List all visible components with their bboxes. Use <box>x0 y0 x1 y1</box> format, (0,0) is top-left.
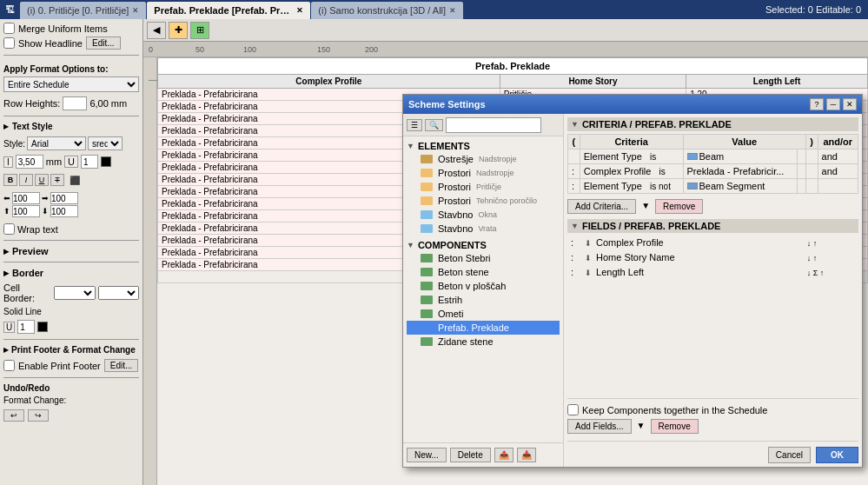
dialog-minimize-btn[interactable]: ─ <box>826 98 840 110</box>
tree-item-prefab-preklade[interactable]: Prefab. Preklade <box>407 321 560 335</box>
field-row-home-story[interactable]: : ⬇ Home Story Name ↓ ↑ <box>567 250 858 265</box>
ometi-icon <box>421 309 433 318</box>
tab-konstrukcija-close[interactable]: ✕ <box>449 6 456 15</box>
criteria-row-2[interactable]: : Complex Profile is Preklada - Prefabri… <box>568 164 858 179</box>
status-bar: Selected: 0 Editable: 0 <box>759 0 868 19</box>
prefab-icon <box>421 323 433 332</box>
dialog-help-btn[interactable]: ? <box>810 98 824 110</box>
export2-btn[interactable]: 📥 <box>517 448 536 462</box>
table-title: Prefab. Preklade <box>158 58 868 75</box>
tree-item-beton-stebri[interactable]: Beton Stebri <box>407 251 560 265</box>
tab-konstrukcija[interactable]: (i) Samo konstrukcija [3D / All] ✕ <box>311 2 463 19</box>
apply-format-label: Apply Format Options to: <box>3 64 139 74</box>
dialog-close-btn[interactable]: ✕ <box>843 98 857 110</box>
u2-input[interactable] <box>17 320 35 334</box>
field-sort-icon-1: ⬇ <box>585 239 592 248</box>
criteria-section-header[interactable]: ▼ CRITERIA / PREFAB. PREKLADE <box>567 117 858 131</box>
dialog-title: Scheme Settings <box>408 99 486 110</box>
style-prefix-label: Style: <box>3 139 25 149</box>
criteria-row-1[interactable]: Element Type is Beam and <box>568 149 858 164</box>
keep-together-checkbox[interactable] <box>567 404 579 415</box>
tree-components-header[interactable]: ▼ COMPONENTS <box>407 239 560 251</box>
scheme-settings-dialog: Scheme Settings ? ─ ✕ ☰ 🔍 ▼ ELEMENTS <box>402 94 863 468</box>
wrap-text-checkbox[interactable] <box>3 223 15 235</box>
wrap-text-label: Wrap text <box>17 224 58 235</box>
size-input[interactable] <box>16 155 43 169</box>
cell-border-select[interactable] <box>54 286 95 300</box>
app-icon: 🏗 <box>5 4 15 15</box>
tree-item-prostori-prit[interactable]: Prostori Pritličje <box>407 180 560 194</box>
u-label: U <box>64 156 78 168</box>
format-change-label: Format Change: <box>3 395 139 405</box>
expand-btn[interactable]: ◀ <box>147 22 166 39</box>
prostori-teh-icon <box>421 196 433 205</box>
print-footer-edit-btn[interactable]: Edit... <box>104 359 139 372</box>
remove-fields-btn[interactable]: Remove <box>651 419 699 434</box>
border-color-swatch <box>37 322 48 332</box>
tab-pritlicje[interactable]: (i) 0. Pritličje [0. Pritličje] ✕ <box>20 2 146 19</box>
beton-stebri-icon <box>421 254 433 262</box>
fields-section-header[interactable]: ▼ FIELDS / PREFAB. PREKLADE <box>567 219 858 233</box>
cancel-btn[interactable]: Cancel <box>768 447 811 463</box>
indent-right-input[interactable] <box>50 192 78 204</box>
criteria-col-criteria: Criteria <box>580 135 683 149</box>
u-input[interactable] <box>81 155 98 169</box>
fields-section-label: FIELDS / PREFAB. PREKLADE <box>582 221 721 231</box>
remove-criteria-btn[interactable]: Remove <box>655 199 703 214</box>
tool1-btn[interactable]: ✚ <box>169 22 188 39</box>
dlg-search-btn[interactable]: 🔍 <box>425 119 443 131</box>
preview-label: Preview <box>12 246 49 256</box>
col-header-length: Length Left <box>686 75 868 89</box>
size-mm-label: mm <box>46 156 62 167</box>
font-select[interactable]: Arial <box>27 136 86 150</box>
estrih-icon <box>421 296 433 304</box>
tool2-btn[interactable]: ⊞ <box>190 22 209 39</box>
dlg-list-view-btn[interactable]: ☰ <box>407 119 422 131</box>
indent-bottom-input[interactable] <box>50 205 78 217</box>
enable-print-footer-checkbox[interactable] <box>3 360 15 371</box>
tree-item-ometi[interactable]: Ometi <box>407 307 560 321</box>
entire-schedule-select[interactable]: Entire Schedule <box>3 76 139 92</box>
merge-uniform-checkbox[interactable] <box>3 23 15 34</box>
underline-btn[interactable]: U <box>35 174 49 186</box>
ok-btn[interactable]: OK <box>816 447 858 463</box>
tree-elements-header[interactable]: ▼ ELEMENTS <box>407 140 560 152</box>
field-row-complex-profile[interactable]: : ⬇ Complex Profile ↓ ↑ <box>567 236 858 250</box>
indent-left-input[interactable] <box>12 192 40 204</box>
field-row-length-left[interactable]: : ⬇ Length Left ↓ Σ ↑ <box>567 265 858 280</box>
criteria-row-3[interactable]: : Element Type is not Beam Segment <box>568 179 858 194</box>
tree-item-estrih[interactable]: Estrih <box>407 293 560 307</box>
row-heights-label: Row Heights: <box>3 98 60 109</box>
stavbno-okna-icon <box>421 210 433 219</box>
tree-item-beton-stene[interactable]: Beton stene <box>407 265 560 279</box>
tab-preklade-close[interactable]: ✕ <box>296 6 303 15</box>
scheme-search-input[interactable] <box>446 117 541 133</box>
tree-item-prostori-teh[interactable]: Prostori Tehnično poročilo <box>407 194 560 208</box>
criteria-col-open: ( <box>568 135 580 149</box>
redo-btn[interactable]: ↪ <box>28 409 49 422</box>
new-scheme-btn[interactable]: New... <box>407 448 447 462</box>
strikethrough-btn[interactable]: T <box>50 174 64 186</box>
show-headline-edit-btn[interactable]: Edit... <box>86 37 121 50</box>
criteria-section-label: CRITERIA / PREFAB. PREKLADE <box>582 119 732 130</box>
bold-btn[interactable]: B <box>3 174 17 186</box>
italic-btn[interactable]: I <box>19 174 33 186</box>
tree-item-prostori-nad[interactable]: Prostori Nadstropje <box>407 166 560 180</box>
tree-item-beton-ploscah[interactable]: Beton v ploščah <box>407 279 560 293</box>
add-criteria-btn[interactable]: Add Criteria... <box>567 199 636 214</box>
undo-btn[interactable]: ↩ <box>3 409 24 422</box>
row-height-input[interactable] <box>63 96 87 110</box>
export1-btn[interactable]: 📤 <box>494 448 514 462</box>
tree-item-zidane-stene[interactable]: Zidane stene <box>407 335 560 349</box>
tab-preklade[interactable]: Prefab. Preklade [Prefab. Preklade] ✕ <box>147 2 310 19</box>
delete-scheme-btn[interactable]: Delete <box>450 448 491 462</box>
tree-item-stavbno-okna[interactable]: Stavbno Okna <box>407 208 560 222</box>
tree-item-stavbno-vrata[interactable]: Stavbno Vrata <box>407 222 560 236</box>
border-style-select[interactable] <box>98 286 139 300</box>
tree-item-ostresje[interactable]: Ostrešje Nadstropje <box>407 152 560 166</box>
show-headline-checkbox[interactable] <box>3 37 15 49</box>
tab-pritlicje-close[interactable]: ✕ <box>132 6 139 15</box>
font-style-select[interactable]: sredn...pska <box>88 136 123 150</box>
indent-top-input[interactable] <box>12 205 40 217</box>
add-fields-btn[interactable]: Add Fields... <box>567 419 632 434</box>
